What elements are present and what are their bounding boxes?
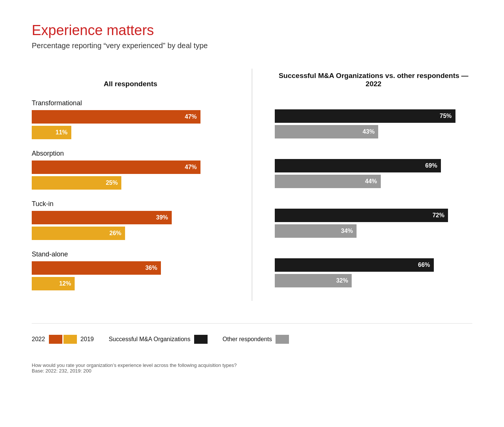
bar-gray: 34% (275, 224, 357, 238)
panel-divider (252, 69, 252, 301)
category-label-transformational: Transformational (32, 99, 229, 107)
category-block-tuck-in-left: Tuck-in39%26% (32, 200, 229, 240)
bar-row-1: 32% (275, 274, 472, 287)
category-block-stand-alone-right: 66%32% (275, 248, 472, 287)
bar-pct-label: 47% (185, 113, 197, 120)
footnote: How would you rate your organization’s e… (32, 362, 472, 374)
bar-black: 72% (275, 209, 448, 222)
category-block-tuck-in-right: 72%34% (275, 199, 472, 238)
legend-swatch-2019 (63, 335, 77, 344)
bar-pct-label: 34% (341, 228, 353, 234)
legend-other-label: Other respondents (223, 336, 272, 343)
category-label-spacer (275, 248, 472, 258)
bar-row-0: 47% (32, 110, 229, 124)
bar-dark-orange: 39% (32, 211, 172, 224)
bar-row-1: 43% (275, 125, 472, 138)
category-block-absorption-right: 69%44% (275, 149, 472, 188)
category-block-absorption-left: Absorption47%25% (32, 150, 229, 190)
bar-dark-orange: 47% (32, 160, 200, 174)
bar-row-1: 44% (275, 175, 472, 188)
bar-pct-label: 47% (185, 164, 197, 171)
bar-row-0: 36% (32, 261, 229, 275)
bar-pct-label: 12% (59, 280, 71, 287)
bar-pct-label: 66% (418, 262, 430, 268)
bar-pct-label: 36% (145, 265, 157, 271)
bar-yellow: 25% (32, 176, 121, 190)
footnote-line1: How would you rate your organization’s e… (32, 362, 472, 368)
left-categories: Transformational47%11%Absorption47%25%Tu… (32, 99, 229, 290)
legend-year-group: 2022 2019 (32, 335, 94, 344)
legend-swatch-success (194, 335, 208, 344)
bar-row-0: 47% (32, 160, 229, 174)
chart-card: Experience matters Percentage reporting … (32, 22, 472, 374)
right-panel: Successful M&A Organizations vs. other r… (275, 69, 472, 301)
bar-row-1: 12% (32, 277, 229, 290)
category-label-spacer (275, 149, 472, 159)
category-label-spacer (275, 99, 472, 109)
bar-yellow: 26% (32, 227, 125, 240)
legend-swatches-year (49, 335, 77, 344)
chart-area: All respondents Transformational47%11%Ab… (32, 69, 472, 301)
chart-subtitle: Percentage reporting “very experienced” … (32, 41, 472, 50)
bar-row-0: 39% (32, 211, 229, 224)
bar-row-0: 75% (275, 109, 472, 123)
legend-success-group: Successful M&A Organizations (109, 335, 208, 344)
bar-black: 75% (275, 109, 455, 123)
bar-black: 69% (275, 159, 441, 172)
bar-row-1: 25% (32, 176, 229, 190)
legend: 2022 2019 Successful M&A Organizations O… (32, 323, 472, 351)
bar-pct-label: 26% (109, 230, 121, 237)
bar-row-1: 11% (32, 126, 229, 139)
bar-dark-orange: 47% (32, 110, 200, 124)
bar-pct-label: 43% (363, 128, 374, 135)
category-label-absorption: Absorption (32, 150, 229, 158)
legend-2019-label: 2019 (81, 336, 94, 343)
right-categories: 75%43%69%44%72%34%66%32% (275, 99, 472, 287)
chart-title: Experience matters (32, 22, 472, 38)
legend-swatch-2022 (49, 335, 62, 344)
bar-yellow: 12% (32, 277, 75, 290)
legend-2022-label: 2022 (32, 336, 45, 343)
category-block-transformational-left: Transformational47%11% (32, 99, 229, 139)
bar-black: 66% (275, 258, 434, 272)
bar-row-0: 69% (275, 159, 472, 172)
bar-gray: 43% (275, 125, 378, 138)
left-heading: All respondents (32, 69, 229, 88)
footnote-line2: Base: 2022: 232, 2019: 200 (32, 368, 472, 374)
legend-swatch-other (276, 335, 289, 344)
right-heading: Successful M&A Organizations vs. other r… (275, 69, 472, 88)
bar-row-0: 66% (275, 258, 472, 272)
bar-pct-label: 75% (440, 113, 452, 119)
bar-yellow: 11% (32, 126, 71, 139)
bar-row-1: 34% (275, 224, 472, 238)
bar-gray: 32% (275, 274, 352, 287)
bar-pct-label: 69% (425, 162, 437, 169)
bar-pct-label: 25% (106, 180, 118, 186)
bar-pct-label: 39% (156, 214, 168, 221)
left-panel: All respondents Transformational47%11%Ab… (32, 69, 229, 301)
bar-pct-label: 11% (56, 129, 68, 136)
category-label-stand-alone: Stand-alone (32, 250, 229, 258)
bar-pct-label: 44% (365, 178, 377, 185)
bar-gray: 44% (275, 175, 381, 188)
category-block-stand-alone-left: Stand-alone36%12% (32, 250, 229, 290)
bar-pct-label: 72% (432, 212, 444, 219)
legend-other-group: Other respondents (223, 335, 289, 344)
category-label-tuck-in: Tuck-in (32, 200, 229, 208)
category-label-spacer (275, 199, 472, 209)
bar-pct-label: 32% (336, 277, 348, 284)
bar-row-1: 26% (32, 227, 229, 240)
category-block-transformational-right: 75%43% (275, 99, 472, 138)
bar-dark-orange: 36% (32, 261, 161, 275)
legend-success-label: Successful M&A Organizations (109, 336, 190, 343)
bar-row-0: 72% (275, 209, 472, 222)
